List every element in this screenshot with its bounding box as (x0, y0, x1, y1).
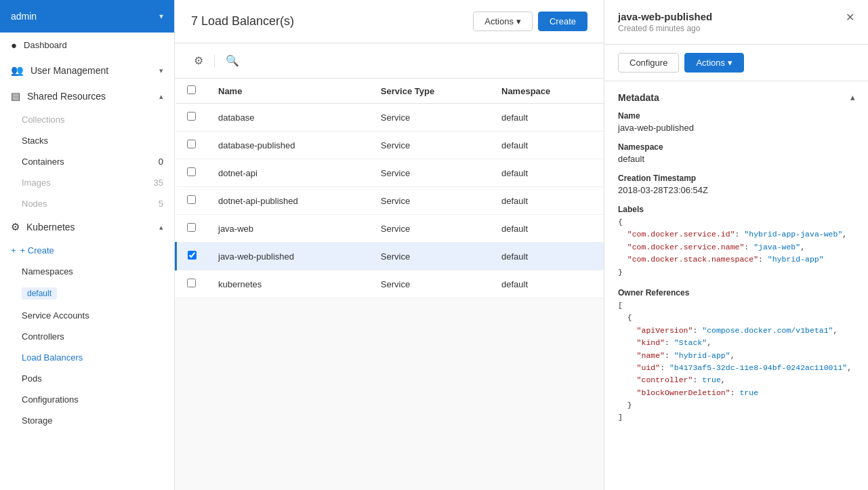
row-checkbox[interactable] (187, 223, 196, 232)
metadata-section-header[interactable]: Metadata ▴ (618, 92, 854, 103)
creation-timestamp-field: Creation Timestamp 2018-03-28T23:06:54Z (618, 173, 854, 195)
sidebar-item-pods[interactable]: Pods (0, 368, 174, 389)
sidebar-item-namespaces[interactable]: Namespaces (0, 261, 174, 282)
right-panel: java-web-published Created 6 minutes ago… (604, 0, 868, 490)
plus-icon: + (11, 245, 16, 256)
sidebar-item-containers[interactable]: Containers 0 (0, 151, 174, 172)
row-service-type: Service (370, 104, 491, 131)
row-namespace: default (491, 131, 604, 159)
create-button[interactable]: Create (538, 12, 587, 31)
row-service-type: Service (370, 270, 491, 298)
row-checkbox[interactable] (187, 195, 196, 204)
sidebar-item-label: Images (22, 178, 51, 188)
select-all-column (176, 79, 208, 104)
service-type-column-header: Service Type (370, 79, 491, 104)
actions-button[interactable]: Actions ▾ (473, 12, 533, 31)
row-checkbox-cell (176, 243, 208, 270)
nodes-badge: 5 (159, 199, 163, 209)
sidebar-item-user-management[interactable]: 👥 User Management ▾ (0, 58, 174, 83)
select-all-checkbox[interactable] (187, 85, 196, 94)
panel-body: Metadata ▴ Name java-web-published Names… (604, 81, 868, 445)
actions-chevron-icon: ▾ (516, 16, 521, 26)
sidebar-item-label: Shared Resources (27, 91, 106, 102)
row-namespace: default (491, 215, 604, 243)
row-checkbox-cell (176, 270, 208, 298)
row-name: database-published (207, 131, 370, 159)
table-row[interactable]: java-web Service default (176, 215, 604, 243)
row-checkbox[interactable] (188, 251, 197, 260)
sidebar-item-collections[interactable]: Collections (0, 109, 174, 130)
table-row[interactable]: dotnet-api Service default (176, 159, 604, 187)
sidebar-header[interactable]: admin ▾ (0, 0, 174, 33)
actions-button-label: Actions (484, 16, 514, 26)
sidebar-item-images[interactable]: Images 35 (0, 172, 174, 193)
row-namespace: default (491, 159, 604, 187)
row-name: java-web (207, 215, 370, 243)
panel-actions-button[interactable]: Actions ▾ (684, 53, 744, 73)
kubernetes-icon: ⚙ (11, 221, 20, 233)
name-column-header: Name (207, 79, 370, 104)
row-checkbox[interactable] (187, 279, 196, 287)
row-namespace: default (491, 243, 604, 270)
labels-field: Labels { "com.docker.service.id": "hybri… (618, 205, 854, 279)
kubernetes-chevron-icon: ▴ (159, 223, 163, 232)
create-button-label: Create (550, 16, 576, 26)
row-service-type: Service (370, 159, 491, 187)
creation-timestamp-label: Creation Timestamp (618, 173, 854, 183)
panel-header: java-web-published Created 6 minutes ago… (604, 0, 868, 45)
user-management-chevron-icon: ▾ (159, 66, 163, 75)
name-label: Name (618, 111, 854, 121)
labels-code: { "com.docker.service.id": "hybrid-app-j… (618, 216, 854, 279)
sidebar-item-label: User Management (30, 65, 108, 76)
sidebar-item-dashboard[interactable]: ● Dashboard (0, 33, 174, 58)
table-row[interactable]: database Service default (176, 104, 604, 131)
users-icon: 👥 (11, 64, 24, 77)
row-checkbox-cell (176, 187, 208, 215)
sidebar-item-label: Service Accounts (22, 310, 89, 321)
owner-references-code: [ { "apiVersion": "compose.docker.com/v1… (618, 300, 854, 424)
owner-references-label: Owner References (618, 288, 854, 298)
search-icon[interactable]: 🔍 (223, 52, 242, 70)
table-row[interactable]: kubernetes Service default (176, 270, 604, 298)
namespace-column-header: Namespace (491, 79, 604, 104)
containers-badge: 0 (159, 157, 163, 167)
sidebar-item-configurations[interactable]: Configurations (0, 389, 174, 410)
namespace-field: Namespace default (618, 142, 854, 164)
row-namespace: default (491, 187, 604, 215)
sidebar-item-controllers[interactable]: Controllers (0, 326, 174, 347)
sidebar-item-load-balancers[interactable]: Load Balancers (0, 347, 174, 368)
sidebar-item-shared-resources[interactable]: ▤ Shared Resources ▴ (0, 83, 174, 109)
sidebar-item-label: Controllers (22, 331, 64, 342)
configure-button[interactable]: Configure (618, 53, 679, 73)
panel-actions: Configure Actions ▾ (604, 45, 868, 81)
panel-close-button[interactable]: ✕ (846, 11, 854, 24)
sidebar-item-storage[interactable]: Storage (0, 410, 174, 431)
row-checkbox[interactable] (187, 112, 196, 121)
sidebar-create-button[interactable]: + + Create (0, 240, 174, 261)
configure-button-label: Configure (629, 58, 667, 68)
sidebar-item-service-accounts[interactable]: Service Accounts (0, 305, 174, 326)
shared-resources-chevron-icon: ▴ (159, 92, 163, 101)
table-row[interactable]: java-web-published Service default (176, 243, 604, 270)
metadata-section-label: Metadata (618, 92, 659, 103)
table-container: Name Service Type Namespace database Ser… (175, 79, 604, 490)
namespace-value: default (618, 154, 854, 164)
admin-chevron-icon: ▾ (159, 12, 163, 21)
sidebar-create-label: + Create (20, 245, 54, 256)
row-service-type: Service (370, 215, 491, 243)
panel-actions-chevron-icon: ▾ (728, 58, 732, 68)
dashboard-icon: ● (11, 39, 17, 51)
row-checkbox-cell (176, 215, 208, 243)
namespace-badge[interactable]: default (22, 287, 57, 300)
row-checkbox[interactable] (187, 140, 196, 148)
settings-icon[interactable]: ⚙ (191, 52, 206, 70)
table-row[interactable]: dotnet-api-published Service default (176, 187, 604, 215)
row-name: kubernetes (207, 270, 370, 298)
sidebar-item-kubernetes[interactable]: ⚙ Kubernetes ▴ (0, 214, 174, 240)
sidebar-item-nodes[interactable]: Nodes 5 (0, 193, 174, 214)
row-checkbox[interactable] (187, 167, 196, 176)
sidebar-item-label: Pods (22, 373, 42, 384)
table-row[interactable]: database-published Service default (176, 131, 604, 159)
sidebar-item-stacks[interactable]: Stacks (0, 130, 174, 151)
load-balancers-table: Name Service Type Namespace database Ser… (175, 79, 604, 298)
